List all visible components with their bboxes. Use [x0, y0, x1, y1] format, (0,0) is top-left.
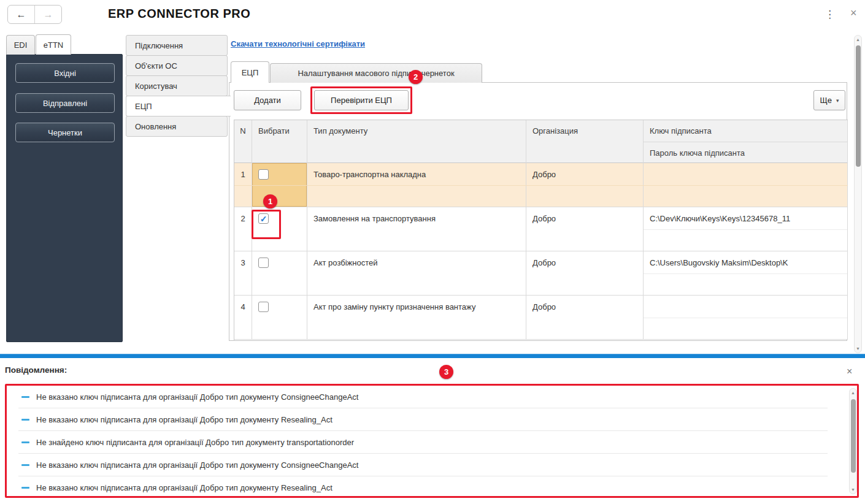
message-item[interactable]: Не вказано ключ підписанта для організац… [7, 386, 857, 408]
row-checkbox[interactable] [258, 302, 269, 312]
header-org: Організация [526, 120, 644, 163]
row-checkbox[interactable] [258, 258, 269, 268]
select-cell[interactable]: ✓ [252, 207, 307, 251]
row-number: 3 [234, 251, 252, 295]
download-certificates-link[interactable]: Скачати технологічні сертифікати [231, 39, 365, 48]
verify-ecp-button[interactable]: Перевірити ЕЦП [314, 90, 409, 110]
table-row[interactable]: 3 Акт розбіжностей Добро C:\Users\Bugovs… [234, 251, 848, 296]
header-password: Пароль ключа підписанта [644, 142, 847, 163]
key-value[interactable]: C:\Users\Bugovskiy Maksim\Desktop\K [644, 251, 847, 273]
password-value[interactable] [644, 229, 847, 251]
forward-arrow-icon: → [44, 9, 53, 20]
nav-item-user[interactable]: Користувач [126, 75, 228, 96]
history-nav-buttons: ← → [7, 5, 62, 24]
table-row[interactable]: 2 ✓ Замовлення на транспортування Добро … [234, 207, 848, 251]
messages-list: Не вказано ключ підписанта для організац… [7, 386, 857, 499]
org-cell[interactable]: Добро [526, 251, 644, 295]
chevron-down-icon: ▾ [836, 97, 839, 104]
nav-item-os-objects[interactable]: Об'єкти ОС [126, 55, 228, 76]
messages-close-icon[interactable]: × [847, 366, 852, 377]
message-item[interactable]: Не вказано ключ підписанта для організац… [7, 408, 857, 431]
select-cell[interactable] [252, 163, 307, 207]
table-row[interactable]: 1 Товаро-транспортна накладна Добро [234, 163, 848, 207]
add-button[interactable]: Додати [234, 90, 301, 110]
header-key-group: Ключ підписанта Пароль ключа підписанта [644, 120, 848, 163]
row-number: 4 [234, 296, 252, 339]
sent-button[interactable]: Відправлені [15, 93, 115, 113]
key-cell[interactable] [644, 296, 848, 339]
message-dash-icon [21, 419, 29, 421]
select-cell[interactable] [252, 296, 307, 339]
app-window: ← → ERP CONNECTOR PRO ⋮ × EDI eTTN Вхідн… [0, 0, 865, 504]
tab-mass-signing[interactable]: Налаштування масового підпису чернеток [270, 63, 482, 83]
select-cell[interactable] [252, 251, 307, 295]
back-arrow-icon: ← [17, 9, 26, 20]
doc-type-cell[interactable]: Акт про заміну пункту призначення вантаж… [307, 296, 526, 339]
panel-divider[interactable] [0, 354, 865, 358]
password-value[interactable] [644, 185, 847, 207]
message-item[interactable]: Не вказано ключ підписанта для організац… [7, 454, 857, 476]
message-text: Не вказано ключ підписанта для організац… [36, 415, 333, 424]
check-icon: ✓ [260, 215, 267, 223]
row-checkbox-checked[interactable]: ✓ [258, 213, 269, 224]
message-dash-icon [21, 396, 29, 398]
password-value[interactable] [644, 318, 847, 339]
nav-item-ecp[interactable]: ЕЦП [126, 96, 231, 116]
org-cell[interactable]: Добро [526, 207, 644, 251]
key-cell[interactable] [644, 163, 848, 207]
row-number: 2 [234, 207, 252, 251]
scroll-down-icon[interactable]: ▼ [850, 487, 856, 492]
key-cell[interactable]: C:\Dev\Ключи\Keys\Keys\12345678_11 [644, 207, 848, 251]
more-button-label: Ще [820, 96, 832, 105]
back-button[interactable]: ← [8, 6, 35, 23]
message-text: Не вказано ключ підписанта для організац… [36, 483, 333, 492]
messages-scrollbar-thumb[interactable] [851, 399, 856, 473]
tab-ecp[interactable]: ЕЦП [231, 61, 269, 83]
header-doc-type: Тип документу [307, 120, 526, 163]
tab-ettn[interactable]: eTTN [36, 34, 71, 55]
org-cell[interactable]: Добро [526, 163, 644, 207]
main-scrollbar-thumb[interactable] [856, 45, 861, 167]
message-dash-icon [21, 464, 29, 466]
more-button[interactable]: Ще ▾ [813, 90, 845, 110]
header-select: Вибрати [252, 120, 307, 163]
password-value[interactable] [644, 273, 847, 295]
doc-type-cell[interactable]: Товаро-транспортна накладна [307, 163, 526, 207]
page-title: ERP CONNECTOR PRO [108, 7, 250, 21]
scroll-down-icon[interactable]: ▼ [855, 346, 861, 351]
key-value[interactable] [644, 296, 847, 318]
key-cell[interactable]: C:\Users\Bugovskiy Maksim\Desktop\K [644, 251, 848, 295]
message-item[interactable]: Не знайдено ключ підписанта для організа… [7, 431, 857, 454]
header-key: Ключ підписанта [644, 120, 847, 142]
message-dash-icon [21, 441, 29, 443]
incoming-button[interactable]: Вхідні [15, 63, 115, 83]
scroll-up-icon[interactable]: ▲ [855, 37, 861, 42]
doc-type-cell[interactable]: Замовлення на транспортування [307, 207, 526, 251]
message-item[interactable]: Не вказано ключ підписанта для організац… [7, 476, 857, 499]
doc-type-cell[interactable]: Акт розбіжностей [307, 251, 526, 295]
table-header-row: N Вибрати Тип документу Організация Ключ… [234, 120, 848, 163]
nav-item-updates[interactable]: Оновлення [126, 116, 228, 137]
org-cell[interactable]: Добро [526, 296, 644, 339]
nav-item-connection[interactable]: Підключення [126, 35, 228, 56]
messages-title: Повідомлення: [5, 365, 67, 375]
documents-panel: Вхідні Відправлені Чернетки [6, 54, 123, 342]
signature-keys-table: N Вибрати Тип документу Організация Ключ… [234, 120, 848, 341]
row-checkbox[interactable] [258, 169, 269, 180]
main-scrollbar[interactable]: ▲ ▼ [854, 35, 862, 353]
message-dash-icon [21, 487, 29, 489]
message-text: Не знайдено ключ підписанта для організа… [36, 438, 354, 447]
message-text: Не вказано ключ підписанта для організац… [36, 460, 358, 470]
drafts-button[interactable]: Чернетки [15, 123, 115, 142]
key-value[interactable] [644, 163, 847, 185]
scroll-up-icon[interactable]: ▲ [850, 391, 856, 395]
window-close-icon[interactable]: × [850, 7, 857, 20]
key-value[interactable]: C:\Dev\Ключи\Keys\Keys\12345678_11 [644, 207, 847, 229]
message-text: Не вказано ключ підписанта для організац… [36, 392, 358, 402]
table-row[interactable]: 4 Акт про заміну пункту призначення вант… [234, 296, 848, 340]
messages-scrollbar[interactable]: ▲ ▼ [849, 388, 857, 494]
row-number: 1 [234, 163, 252, 207]
forward-button[interactable]: → [35, 6, 61, 23]
tab-edi[interactable]: EDI [6, 35, 35, 55]
kebab-menu-icon[interactable]: ⋮ [825, 8, 835, 21]
